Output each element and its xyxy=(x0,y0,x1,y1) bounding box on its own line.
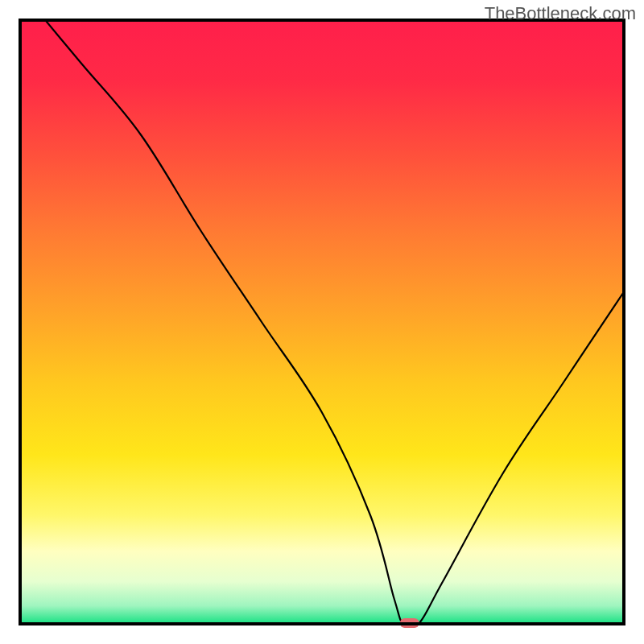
plot-background xyxy=(20,20,624,624)
attribution-label: TheBottleneck.com xyxy=(485,3,636,24)
chart-container: TheBottleneck.com xyxy=(0,0,644,644)
bottleneck-chart xyxy=(0,0,644,644)
